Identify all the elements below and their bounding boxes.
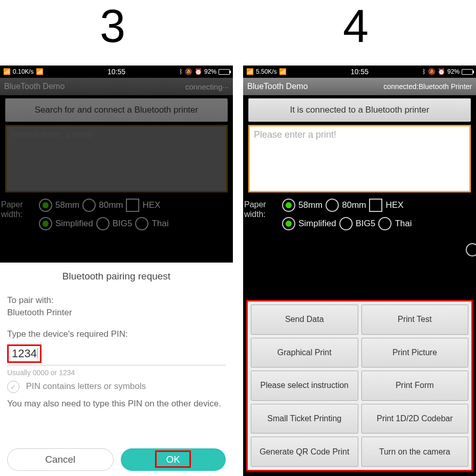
options-panel: Paper width: 58mm 80mm HEX Simplified BI… xyxy=(0,194,233,240)
radio-58mm[interactable] xyxy=(282,199,295,212)
paper-width-label: Paper width: xyxy=(1,200,32,219)
step-number-3: 3 xyxy=(100,0,125,53)
screenshot-step-4: 📶 5.50K/s 📶 10:55 ᛒ 🔕 ⏰ 92% BlueTooth De… xyxy=(243,66,476,476)
send-data-button[interactable]: Send Data xyxy=(251,305,358,335)
paper-width-label: Paper width: xyxy=(244,200,275,219)
radio-thai[interactable] xyxy=(135,217,148,230)
radio-simplified[interactable] xyxy=(282,217,295,230)
label-80mm: 80mm xyxy=(342,200,366,210)
label-thai: Thai xyxy=(152,219,168,229)
radio-big5[interactable] xyxy=(339,217,353,230)
dialog-title: Bluetooth pairing request xyxy=(7,271,226,282)
app-status: connecting··· xyxy=(185,82,229,91)
label-hex: HEX xyxy=(385,200,403,210)
pin-highlight: 1234 xyxy=(7,344,41,363)
label-big5: BIG5 xyxy=(356,219,376,229)
type-pin-label: Type the device's required PIN: xyxy=(7,329,226,339)
app-title-bar: BlueTooth Demo connected:Bluetooth Print… xyxy=(243,78,476,95)
label-58mm: 58mm xyxy=(55,200,79,210)
pin-letters-row: ✓ PIN contains letters or symbols xyxy=(7,381,226,393)
label-58mm: 58mm xyxy=(298,200,322,210)
pairing-dialog: Bluetooth pairing request To pair with: … xyxy=(0,263,233,476)
pin-letters-checkbox[interactable]: ✓ xyxy=(7,381,19,393)
radio-80mm[interactable] xyxy=(82,199,96,212)
label-simplified: Simplified xyxy=(298,219,336,229)
pin-input[interactable]: 1234 xyxy=(12,347,37,360)
radio-extra[interactable] xyxy=(466,243,476,256)
battery-pct: 92% xyxy=(204,68,217,75)
battery-icon xyxy=(462,69,473,75)
search-printer-button[interactable]: Search for and connect a Bluetooth print… xyxy=(5,98,228,122)
status-bar: 📶 5.50K/s 📶 10:55 ᛒ 🔕 ⏰ 92% xyxy=(243,66,476,78)
cancel-button[interactable]: Cancel xyxy=(7,448,114,471)
action-buttons-grid: Send Data Print Test Graphical Print Pri… xyxy=(246,300,473,471)
print-test-button[interactable]: Print Test xyxy=(361,305,469,335)
connected-banner[interactable]: It is connected to a Bluetooth printer xyxy=(248,98,471,122)
app-title-bar: BlueTooth Demo connecting··· xyxy=(0,78,233,95)
app-title: BlueTooth Demo xyxy=(247,82,308,91)
pin-letters-label: PIN contains letters or symbols xyxy=(26,381,146,391)
alarm-icon: ⏰ xyxy=(194,68,202,75)
print-codebar-button[interactable]: Print 1D/2D Codebar xyxy=(361,404,469,434)
dialog-note: You may also need to type this PIN on th… xyxy=(7,398,226,410)
small-ticket-button[interactable]: Small Ticket Printing xyxy=(251,404,358,434)
print-text-input[interactable]: Please enter a print! xyxy=(5,125,228,192)
step-number-4: 4 xyxy=(343,0,369,53)
label-big5: BIG5 xyxy=(113,219,133,229)
print-picture-button[interactable]: Print Picture xyxy=(361,338,469,368)
graphical-print-button[interactable]: Graphical Print xyxy=(251,338,358,368)
bluetooth-icon: ᛒ xyxy=(422,68,426,75)
options-panel: Paper width: 58mm 80mm HEX Simplified BI… xyxy=(243,194,476,240)
to-pair-with-label: To pair with: xyxy=(7,295,226,306)
checkbox-hex[interactable] xyxy=(126,199,139,212)
radio-80mm[interactable] xyxy=(326,199,339,212)
status-bar: 📶 0.10K/s 📶 10:55 ᛒ 🔕 ⏰ 92% xyxy=(0,66,233,78)
radio-simplified[interactable] xyxy=(39,217,52,230)
bluetooth-icon: ᛒ xyxy=(179,68,183,75)
mute-icon: 🔕 xyxy=(185,68,192,75)
label-simplified: Simplified xyxy=(55,219,93,229)
select-instruction-button[interactable]: Please select instruction xyxy=(251,371,358,401)
radio-thai[interactable] xyxy=(378,217,392,230)
device-name: Bluetooth Printer xyxy=(7,308,226,318)
label-hex: HEX xyxy=(142,200,160,210)
app-status: connected:Bluetooth Printer xyxy=(383,82,472,91)
battery-icon xyxy=(219,69,230,75)
camera-button[interactable]: Turn on the camera xyxy=(361,437,469,467)
radio-58mm[interactable] xyxy=(39,199,52,212)
battery-pct: 92% xyxy=(447,68,460,75)
qr-code-button[interactable]: Generate QR Code Print xyxy=(251,437,358,467)
print-form-button[interactable]: Print Form xyxy=(361,371,469,401)
ok-highlight xyxy=(155,450,191,468)
alarm-icon: ⏰ xyxy=(438,68,445,75)
app-title: BlueTooth Demo xyxy=(4,82,64,91)
checkbox-hex[interactable] xyxy=(369,199,382,212)
mute-icon: 🔕 xyxy=(428,68,436,75)
pin-hint: Usually 0000 or 1234 xyxy=(7,369,226,377)
ok-button[interactable]: OK xyxy=(121,448,226,471)
radio-big5[interactable] xyxy=(96,217,110,230)
screenshot-step-3: 📶 0.10K/s 📶 10:55 ᛒ 🔕 ⏰ 92% BlueTooth De… xyxy=(0,66,233,476)
label-thai: Thai xyxy=(395,219,412,229)
print-text-input[interactable]: Please enter a print! xyxy=(248,125,471,192)
label-80mm: 80mm xyxy=(99,200,123,210)
